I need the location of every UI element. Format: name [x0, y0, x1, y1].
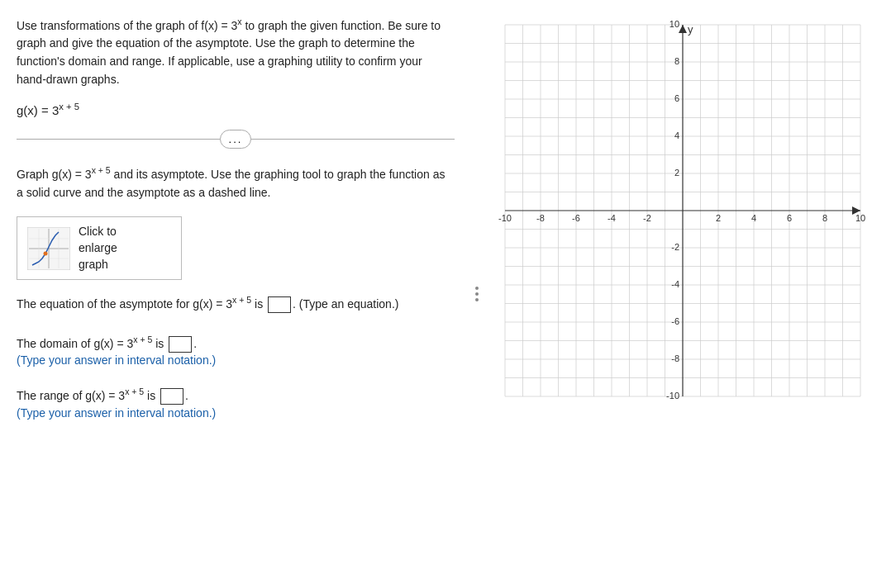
splitter-dot-2 [475, 292, 479, 296]
graph-instruction: Graph g(x) = 3x + 5 and its asymptote. U… [17, 164, 455, 202]
dots-label: ... [229, 133, 243, 145]
graph-thumbnail-icon [27, 227, 70, 270]
coordinate-graph[interactable] [488, 8, 877, 413]
asymptote-row: The equation of the asymptote for g(x) =… [17, 293, 455, 314]
splitter-dot-3 [475, 298, 479, 301]
range-hint: (Type your answer in interval notation.) [17, 406, 455, 420]
range-section: The range of g(x) = 3x + 5 is . (Type yo… [17, 383, 455, 419]
asymptote-input[interactable] [268, 296, 291, 313]
graph-canvas[interactable] [488, 8, 877, 413]
domain-hint: (Type your answer in interval notation.) [17, 353, 455, 367]
svg-point-7 [44, 251, 48, 255]
left-panel: Use transformations of the graph of f(x)… [0, 0, 471, 588]
divider-section: ... [17, 129, 455, 149]
right-panel [483, 0, 891, 588]
domain-input[interactable] [169, 336, 192, 353]
domain-row: The domain of g(x) = 3x + 5 is . [17, 333, 455, 353]
splitter-dot-1 [475, 287, 479, 290]
instructions-text: Use transformations of the graph of f(x)… [17, 15, 455, 88]
given-function: g(x) = 3x + 5 [17, 102, 455, 117]
splitter-handle [475, 287, 479, 301]
range-input[interactable] [160, 388, 183, 405]
expand-dots-button[interactable]: ... [220, 130, 252, 149]
enlarge-label: Click toenlargegraph [79, 224, 117, 273]
domain-section: The domain of g(x) = 3x + 5 is . (Type y… [17, 331, 455, 367]
range-row: The range of g(x) = 3x + 5 is . [17, 385, 455, 405]
panel-splitter[interactable] [471, 0, 483, 588]
enlarge-graph-button[interactable]: Click toenlargegraph [17, 216, 182, 280]
